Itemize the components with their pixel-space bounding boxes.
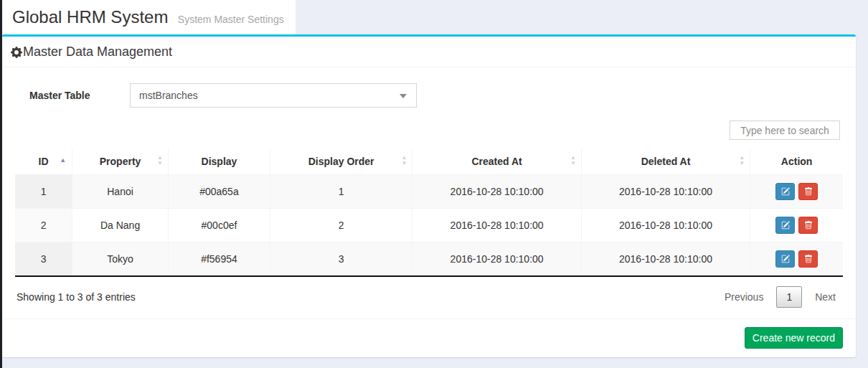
panel-header: Master Data Management bbox=[2, 37, 856, 67]
column-header-action: Action bbox=[750, 148, 843, 175]
trash-icon bbox=[804, 187, 813, 196]
cell-display: #00c0ef bbox=[168, 209, 270, 242]
cell-created-at: 2016-10-28 10:10:00 bbox=[412, 175, 581, 209]
entries-info: Showing 1 to 3 of 3 entries bbox=[16, 291, 136, 303]
sort-icon: ▲▼ bbox=[739, 155, 745, 166]
trash-icon bbox=[804, 221, 813, 230]
edit-icon bbox=[781, 187, 790, 196]
sort-icon: ▲▼ bbox=[401, 155, 407, 166]
column-header-created-at[interactable]: Created At ▲▼ bbox=[412, 148, 581, 175]
pagination-next[interactable]: Next bbox=[811, 287, 840, 307]
caret-down-icon bbox=[400, 94, 407, 98]
column-header-display-order[interactable]: Display Order ▲▼ bbox=[270, 148, 412, 175]
cell-display: #00a65a bbox=[168, 175, 270, 209]
cell-display-order: 3 bbox=[270, 242, 412, 277]
column-header-property[interactable]: Property ▲▼ bbox=[72, 148, 169, 175]
cell-display: #f56954 bbox=[168, 242, 270, 277]
cell-id: 2 bbox=[15, 209, 72, 242]
master-table-selected-value: mstBranches bbox=[139, 90, 198, 101]
cell-deleted-at: 2016-10-28 10:10:00 bbox=[581, 242, 750, 277]
master-data-table: ID ▲ Property ▲▼ Display Display Order bbox=[15, 148, 843, 277]
cell-action bbox=[750, 209, 843, 242]
master-table-label: Master Table bbox=[29, 90, 130, 101]
delete-button[interactable] bbox=[798, 183, 818, 200]
table-footer-row: Showing 1 to 3 of 3 entries Previous 1 N… bbox=[15, 277, 843, 319]
panel-title: Master Data Management bbox=[23, 44, 172, 60]
sort-icon: ▲▼ bbox=[570, 155, 576, 166]
sort-asc-icon: ▲ bbox=[60, 157, 66, 164]
page-subtitle: System Master Settings bbox=[178, 14, 284, 25]
panel-body: Master Table mstBranches bbox=[2, 67, 856, 319]
cell-property: Da Nang bbox=[72, 209, 169, 242]
table-row: 3 Tokyo #f56954 3 2016-10-28 10:10:00 20… bbox=[15, 242, 843, 277]
content-header: Global HRM System System Master Settings bbox=[2, 0, 868, 34]
column-header-display[interactable]: Display bbox=[168, 148, 270, 175]
search-row bbox=[15, 121, 840, 140]
column-header-id[interactable]: ID ▲ bbox=[15, 148, 72, 175]
cell-id: 1 bbox=[15, 175, 72, 209]
edit-button[interactable] bbox=[775, 217, 795, 234]
panel-footer: Create new record bbox=[2, 319, 856, 357]
cell-property: Hanoi bbox=[72, 175, 169, 209]
cell-created-at: 2016-10-28 10:10:00 bbox=[412, 209, 581, 242]
edit-button[interactable] bbox=[775, 250, 795, 268]
create-new-record-button[interactable]: Create new record bbox=[745, 327, 843, 349]
cell-deleted-at: 2016-10-28 10:10:00 bbox=[581, 209, 750, 242]
cell-created-at: 2016-10-28 10:10:00 bbox=[412, 242, 581, 277]
table-row: 1 Hanoi #00a65a 1 2016-10-28 10:10:00 20… bbox=[15, 175, 843, 209]
edit-button[interactable] bbox=[775, 183, 795, 200]
trash-icon bbox=[804, 255, 813, 263]
delete-button[interactable] bbox=[798, 250, 818, 268]
edit-icon bbox=[781, 221, 790, 230]
pagination: Previous 1 Next bbox=[720, 286, 840, 308]
master-table-select[interactable]: mstBranches bbox=[130, 83, 417, 108]
cell-id: 3 bbox=[15, 242, 72, 277]
page-title: Global HRM System bbox=[12, 7, 168, 27]
pagination-page-1[interactable]: 1 bbox=[776, 286, 802, 308]
delete-button[interactable] bbox=[798, 217, 818, 234]
master-data-panel: Master Data Management Master Table mstB… bbox=[2, 34, 856, 357]
table-row: 2 Da Nang #00c0ef 2 2016-10-28 10:10:00 … bbox=[15, 209, 843, 242]
master-table-form-row: Master Table mstBranches bbox=[29, 83, 843, 108]
column-header-deleted-at[interactable]: Deleted At ▲▼ bbox=[581, 148, 750, 175]
search-input[interactable] bbox=[730, 121, 840, 140]
gear-icon bbox=[11, 47, 22, 58]
cell-display-order: 2 bbox=[270, 209, 412, 242]
page: Global HRM System System Master Settings… bbox=[0, 0, 868, 368]
title-block: Global HRM System System Master Settings bbox=[2, 0, 296, 34]
pagination-previous[interactable]: Previous bbox=[720, 287, 768, 307]
cell-deleted-at: 2016-10-28 10:10:00 bbox=[581, 175, 750, 209]
sort-icon: ▲▼ bbox=[157, 155, 163, 166]
cell-display-order: 1 bbox=[270, 175, 412, 209]
cell-action bbox=[750, 175, 843, 209]
table-header-row: ID ▲ Property ▲▼ Display Display Order bbox=[15, 148, 843, 175]
cell-property: Tokyo bbox=[72, 242, 169, 277]
edit-icon bbox=[781, 255, 790, 263]
cell-action bbox=[750, 242, 843, 277]
